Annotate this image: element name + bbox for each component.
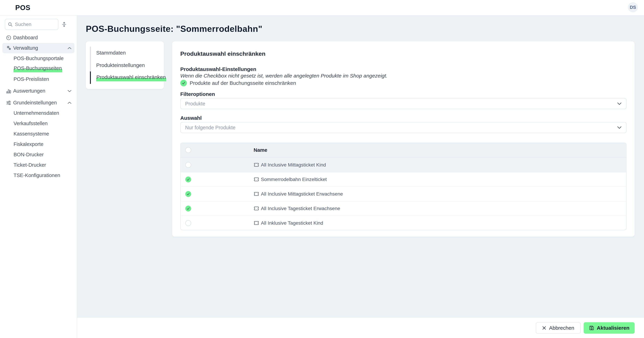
tab-stammdaten[interactable]: Stammdaten — [86, 46, 164, 59]
chevron-down-icon — [68, 90, 72, 92]
sidebar-item-verkaufsstellen[interactable]: Verkaufsstellen — [2, 118, 74, 129]
page-title: POS-Buchungsseite: "Sommerrodelbahn" — [86, 24, 262, 34]
save-icon — [589, 325, 594, 331]
table-header-row: Name — [181, 143, 626, 158]
selection-value: Nur folgende Produkte — [185, 125, 236, 131]
settings-note: Wenn die Checkbox nicht gesetz ist, werd… — [180, 73, 388, 79]
sidebar-item-label: Grundeinstellungen — [13, 100, 57, 106]
filter-options-select[interactable]: Produkte — [180, 98, 626, 109]
table-row[interactable]: All Inclusive Mittagsticket Kind — [181, 158, 626, 172]
user-avatar[interactable]: DS — [628, 2, 638, 12]
product-name: Sommerrodelbahn Einzelticket — [261, 177, 327, 182]
search-box[interactable] — [5, 19, 58, 30]
sidebar: Dashboard Verwaltung POS-Buchungsportale… — [0, 15, 77, 338]
app-window: POS DS Dashboard — [0, 0, 644, 338]
sidebar-item-label: POS-Preislisten — [14, 76, 49, 82]
selection-select[interactable]: Nur folgende Produkte — [180, 122, 626, 133]
bar-chart-icon — [6, 88, 13, 94]
ticket-icon — [254, 221, 259, 225]
collapse-sidebar-icon[interactable] — [58, 19, 70, 30]
tab-produkteinstellungen[interactable]: Produkteinstellungen — [86, 59, 164, 71]
close-icon — [542, 326, 546, 330]
sidebar-item-pos-preislisten[interactable]: POS-Preislisten — [2, 74, 74, 84]
app-logo: POS — [15, 4, 30, 11]
product-name: All Inclusive Mittagsticket Erwachsene — [261, 191, 343, 197]
sidebar-item-dashboard[interactable]: Dashboard — [2, 32, 74, 43]
sidebar-item-bon-drucker[interactable]: BON-Drucker — [2, 150, 74, 160]
sidebar-item-auswertungen[interactable]: Auswertungen — [2, 86, 74, 96]
table-row[interactable]: Sommerrodelbahn Einzelticket — [181, 172, 626, 186]
main-content-area: POS-Buchungsseite: "Sommerrodelbahn" Sta… — [77, 15, 644, 318]
avatar-initials: DS — [630, 5, 636, 10]
product-name: All Inklusive Tagesticket Kind — [261, 220, 323, 226]
section-tabs-card: Stammdaten Produkteinstellungen Produkta… — [86, 41, 164, 89]
table-row[interactable]: All Inklusive Tagesticket Kind — [181, 216, 626, 230]
chevron-up-icon — [68, 102, 72, 104]
cancel-button-label: Abbrechen — [549, 325, 574, 331]
search-input[interactable] — [15, 22, 55, 27]
sidebar-item-fiskalexporte[interactable]: Fiskalexporte — [2, 139, 74, 149]
select-all-checkbox[interactable] — [185, 147, 191, 153]
cancel-button[interactable]: Abbrechen — [536, 322, 580, 334]
sidebar-item-verwaltung[interactable]: Verwaltung — [2, 43, 74, 53]
sidebar-item-tse-konfigurationen[interactable]: TSE-Konfigurationen — [2, 170, 74, 180]
product-name: All Inclusive Tagesticket Erwachsene — [261, 206, 340, 211]
product-selection-card: Produktauswahl einschränken Produktauswa… — [172, 41, 635, 237]
filter-options-value: Produkte — [185, 101, 205, 107]
restrict-products-label: Produkte auf der Buchungsseite einschrän… — [190, 80, 296, 86]
filter-options-label: Filteroptionen — [180, 91, 215, 97]
sidebar-item-label: Auswertungen — [13, 88, 45, 94]
content-heading: Produktauswahl einschränken — [180, 50, 266, 57]
top-bar: POS DS — [0, 0, 644, 15]
sidebar-item-pos-buchungsseiten[interactable]: POS-Buchungsseiten — [2, 64, 74, 74]
gears-icon — [6, 45, 13, 51]
sidebar-item-unternehmensdaten[interactable]: Unternehmensdaten — [2, 108, 74, 118]
sidebar-item-kassensysteme[interactable]: Kassensysteme — [2, 129, 74, 139]
row-checkbox[interactable] — [185, 191, 191, 197]
ticket-icon — [254, 206, 259, 211]
sidebar-nav: Dashboard Verwaltung POS-Buchungsportale… — [0, 32, 77, 180]
restrict-products-row: Produkte auf der Buchungsseite einschrän… — [180, 80, 296, 86]
sidebar-search-row — [0, 15, 77, 32]
selection-label: Auswahl — [180, 115, 202, 121]
sidebar-item-grundeinstellungen[interactable]: Grundeinstellungen — [2, 98, 74, 108]
restrict-products-checkbox[interactable] — [180, 80, 187, 86]
sidebar-item-label: POS-Buchungsportale — [14, 56, 64, 61]
product-name: All Inclusive Mittagsticket Kind — [261, 162, 326, 168]
update-button[interactable]: Aktualisieren — [584, 322, 635, 334]
sidebar-item-ticket-drucker[interactable]: Ticket-Drucker — [2, 160, 74, 170]
row-checkbox[interactable] — [185, 176, 191, 182]
gauge-icon — [6, 35, 13, 40]
table-row[interactable]: All Inclusive Tagesticket Erwachsene — [181, 201, 626, 216]
update-button-label: Aktualisieren — [597, 325, 630, 331]
tab-produktauswahl-einschraenken[interactable]: Produktauswahl einschränken — [86, 71, 164, 84]
sidebar-item-label: Verwaltung — [13, 45, 38, 51]
chevron-down-icon — [617, 102, 622, 105]
settings-title: Produktauswahl-Einstellungen — [180, 66, 256, 72]
row-checkbox[interactable] — [185, 220, 191, 226]
table-row[interactable]: All Inclusive Mittagsticket Erwachsene — [181, 186, 626, 201]
footer-action-bar: Abbrechen Aktualisieren — [77, 318, 644, 338]
products-table: Name All Inclusive Mittagsticket Kind — [180, 143, 626, 230]
sidebar-item-label: Dashboard — [13, 35, 38, 40]
ticket-icon — [254, 177, 259, 182]
ticket-icon — [254, 191, 259, 196]
sidebar-item-label-highlighted: POS-Buchungsseiten — [14, 65, 62, 72]
row-checkbox[interactable] — [185, 162, 191, 168]
row-checkbox[interactable] — [185, 206, 191, 211]
sliders-icon — [6, 100, 13, 106]
search-icon — [8, 22, 13, 27]
chevron-down-icon — [617, 126, 622, 129]
sidebar-item-pos-buchungsportale[interactable]: POS-Buchungsportale — [2, 53, 74, 63]
name-column-header: Name — [254, 147, 626, 153]
chevron-up-icon — [68, 47, 72, 49]
ticket-icon — [254, 163, 259, 167]
